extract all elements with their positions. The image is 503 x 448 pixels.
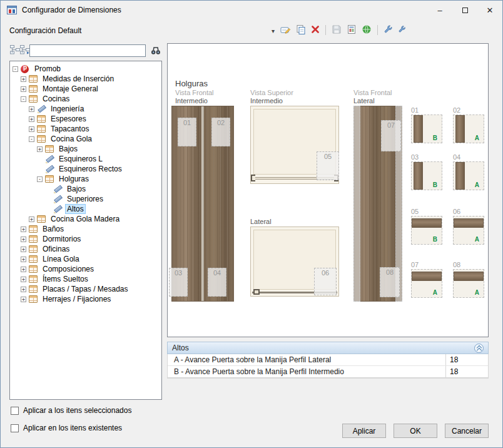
tree-expander[interactable]: + [21, 267, 26, 272]
toolbar-separator [325, 25, 326, 35]
cancel-button[interactable]: Cancelar [445, 424, 489, 438]
report-config-button[interactable] [346, 24, 357, 37]
table-icon [37, 115, 47, 123]
titlebar: Configurador de Dimensiones – ✕ [1, 1, 502, 19]
tree-expander[interactable]: + [21, 257, 26, 262]
tree-expander[interactable]: + [37, 146, 43, 152]
tag-01: 01 [178, 118, 196, 146]
tree-expander[interactable]: + [21, 277, 26, 282]
tree-item-esquineros-rectos[interactable]: Esquineros Rectos [10, 164, 161, 174]
tree-expander[interactable]: + [29, 116, 34, 122]
tree-expander[interactable]: - [29, 136, 34, 142]
tree-expander[interactable]: + [21, 237, 26, 242]
config-toolbar [280, 23, 407, 37]
table-icon [29, 94, 39, 103]
tree-item-espesores[interactable]: +Espesores [10, 114, 161, 124]
tree-expander[interactable]: + [21, 247, 26, 252]
tree-expander[interactable]: + [29, 216, 34, 222]
tree-expander[interactable]: + [21, 76, 26, 82]
configuration-tree: -Promob +Medidas de Inserción +Montaje G… [9, 61, 162, 400]
property-value-input[interactable]: 18 [445, 354, 488, 365]
table-icon [37, 215, 47, 223]
tree-item-dormitorios[interactable]: +Dormitorios [10, 234, 161, 244]
tree-item-tapacantos[interactable]: +Tapacantos [10, 124, 161, 134]
close-button[interactable]: ✕ [477, 1, 502, 19]
tree-expander[interactable]: + [21, 287, 26, 292]
search-button[interactable] [150, 46, 162, 57]
tree-item-banos[interactable]: +Baños [10, 224, 161, 234]
close-icon: ✕ [487, 6, 494, 15]
tree-item-bajos[interactable]: +Bajos [10, 144, 161, 154]
minimize-button[interactable]: – [427, 1, 452, 19]
tree-item-linea-gola[interactable]: +Línea Gola [10, 254, 161, 264]
checkbox[interactable] [11, 424, 19, 432]
tree-item-medidas-de-insercion[interactable]: +Medidas de Inserción [10, 74, 161, 84]
property-row[interactable]: A - Avance Puerta sobre la Manija Perfil… [168, 354, 488, 366]
wood-strip [455, 162, 465, 190]
tree-item-esquineros-l[interactable]: Esquineros L [10, 154, 161, 164]
rename-config-button[interactable] [280, 24, 292, 37]
search-input[interactable] [29, 44, 146, 57]
delete-config-button[interactable] [310, 24, 320, 36]
tree-expander[interactable]: - [21, 96, 26, 102]
tree-item-montaje-general[interactable]: +Montaje General [10, 84, 161, 94]
copy-config-button[interactable] [295, 24, 307, 37]
tree-expand-icon [20, 45, 30, 56]
rename-icon [280, 24, 291, 36]
table-icon [29, 225, 39, 233]
tree-expander[interactable]: + [21, 297, 26, 302]
tree-item-placas-tapas-mesadas[interactable]: +Placas / Tapas / Mesadas [10, 284, 161, 294]
tree-item-cocinas[interactable]: -Cocinas [10, 94, 161, 104]
tree-item-items-sueltos[interactable]: +Ítems Sueltos [10, 274, 161, 284]
detail-thumb-01: 01B [411, 106, 442, 143]
detail-thumb-06: 06A [453, 208, 484, 245]
tools-button-1[interactable] [383, 24, 394, 36]
tag-06: 06 [314, 268, 337, 295]
tree-item-altos[interactable]: Altos [10, 204, 161, 214]
save-config-button[interactable] [331, 24, 342, 37]
property-row[interactable]: B - Avance Puerta sobre la Manija Perfil… [168, 366, 488, 378]
window-title: Configurador de Dimensiones [22, 6, 121, 14]
checkbox[interactable] [11, 407, 19, 415]
tree-item-herrajes-fijaciones[interactable]: +Herrajes / Fijaciones [10, 294, 161, 304]
apply-button[interactable]: Aplicar [342, 424, 386, 438]
table-icon [29, 245, 39, 253]
tree-item-ingenieria[interactable]: +Ingeniería [10, 104, 161, 114]
table-icon [29, 235, 39, 243]
chevron-down-icon[interactable]: ▾ [272, 28, 275, 34]
wrench-icon [384, 24, 393, 36]
tree-item-superiores[interactable]: Superiores [10, 194, 161, 204]
wood-strip [412, 218, 442, 228]
table-icon [29, 265, 39, 273]
table-icon [37, 135, 47, 143]
ok-button[interactable]: OK [394, 424, 437, 438]
tree-expander[interactable]: + [21, 86, 26, 92]
tree-item-composiciones[interactable]: +Composiciones [10, 264, 161, 274]
tree-expander[interactable]: + [21, 227, 26, 232]
tree-item-holguras[interactable]: -Holguras [10, 174, 161, 184]
properties-grid: A - Avance Puerta sobre la Manija Perfil… [167, 354, 489, 379]
table-icon [29, 255, 39, 263]
view-label: Vista Frontal [353, 89, 392, 96]
tree-item-oficinas[interactable]: +Oficinas [10, 244, 161, 254]
property-value-input[interactable]: 18 [445, 366, 488, 377]
config-selector[interactable]: Configuración Default ▾ [9, 24, 275, 37]
detail-thumb-08: 08A [453, 261, 484, 298]
publish-config-button[interactable] [361, 24, 372, 37]
door-gap [201, 106, 204, 301]
tag-02: 02 [211, 118, 230, 146]
tools-button-2[interactable] [397, 24, 407, 36]
tree-item-promob[interactable]: -Promob [10, 64, 161, 74]
tree-item-cocina-gola-madera[interactable]: +Cocina Gola Madera [10, 214, 161, 224]
properties-section-header[interactable]: Altos [167, 342, 489, 354]
maximize-button[interactable] [452, 1, 477, 19]
double-chevron-up-icon[interactable] [474, 344, 484, 353]
tree-expander[interactable]: + [29, 126, 34, 132]
wrench-icon [398, 25, 406, 35]
tree-expander[interactable]: + [29, 106, 34, 112]
brush-icon [53, 205, 63, 213]
tree-item-holguras-bajos[interactable]: Bajos [10, 184, 161, 194]
tree-expander[interactable]: - [13, 66, 18, 72]
tree-item-cocina-gola[interactable]: -Cocina Gola [10, 134, 161, 144]
tree-expander[interactable]: - [37, 176, 43, 182]
